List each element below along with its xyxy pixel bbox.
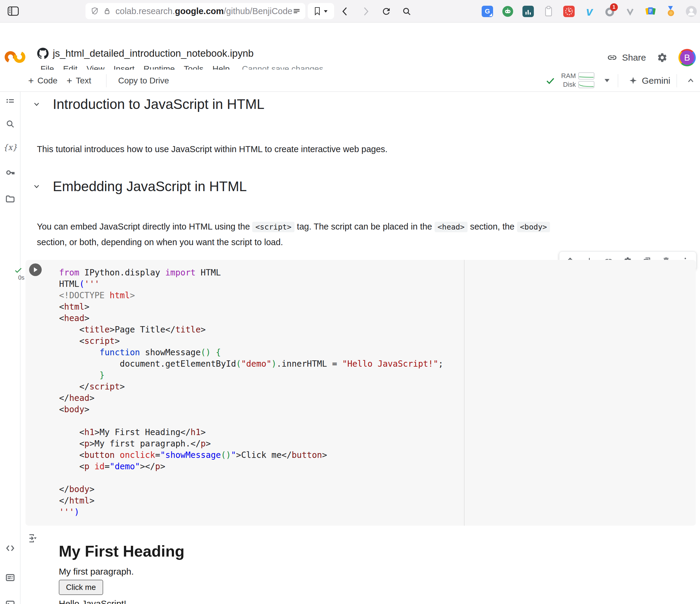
notes-extension-icon[interactable] (522, 6, 534, 17)
reader-mode-icon[interactable] (293, 7, 301, 15)
content-blocker-shield-icon[interactable] (90, 6, 99, 16)
resource-monitor[interactable]: RAM Disk (558, 72, 595, 89)
code-editor[interactable]: from IPython.display import HTMLHTML('''… (59, 267, 690, 518)
vimeo-extension-icon[interactable]: v (584, 6, 595, 17)
ram-label: RAM (558, 72, 576, 80)
github-icon (37, 48, 49, 59)
settings-gear-icon[interactable] (657, 52, 668, 63)
toolbar-divider (677, 74, 677, 87)
browser-extensions: G v 1 (482, 2, 697, 20)
add-code-button[interactable]: +Code (28, 70, 57, 92)
section-heading-1: Introduction to JavaScript in HTML (32, 96, 265, 112)
clipboard-extension-icon[interactable] (543, 6, 554, 17)
rewards-extension-icon[interactable] (665, 6, 677, 17)
inline-code-script-tag: <script> (252, 222, 294, 232)
copy-to-drive-label: Copy to Drive (118, 76, 169, 86)
inline-code-body-tag: <body> (517, 222, 550, 232)
table-of-contents-icon[interactable] (5, 97, 15, 107)
notebook-content: Introduction to JavaScript in HTML This … (20, 92, 700, 604)
back-button[interactable] (338, 5, 351, 18)
output-click-me-button[interactable]: Click me (59, 580, 103, 595)
user-avatar[interactable]: B (678, 49, 696, 66)
output-result-text: Hello JavaScript! (59, 599, 184, 604)
forward-button[interactable] (359, 5, 373, 18)
notebook-title[interactable]: js_html_detailed_introduction_notebook.i… (53, 48, 254, 59)
link-icon (607, 52, 617, 63)
share-button[interactable]: Share (607, 52, 646, 63)
notification-badge: 1 (610, 3, 618, 11)
terminal-icon[interactable] (5, 600, 15, 604)
collapse-chevron-icon[interactable] (32, 100, 41, 108)
bar (528, 10, 529, 15)
screen-time-extension-icon[interactable] (563, 6, 575, 17)
variables-glyph: {x} (3, 143, 17, 152)
url-text: colab.research.google.com/github/BenjiCo… (116, 6, 293, 16)
search-sidebar-icon[interactable] (5, 119, 15, 129)
toolbar-divider (106, 74, 106, 87)
notebook-toolbar: +Code +Text Copy to Drive RAM Disk Gemin… (0, 70, 700, 92)
intro-paragraph: This tutorial introduces how to use Java… (37, 142, 388, 156)
docs-extension-icon[interactable] (645, 6, 656, 17)
section-title: Embedding JavaScript in HTML (53, 178, 247, 194)
run-cell-button[interactable] (29, 263, 42, 276)
colab-page: colab.research.google.com/github/BenjiCo… (0, 0, 700, 604)
translate-extension-icon[interactable]: G (482, 6, 493, 17)
add-text-button[interactable]: +Text (67, 70, 91, 92)
embedding-paragraph: You can embed JavaScript directly into H… (37, 219, 577, 250)
bar (525, 12, 527, 15)
browser-profile-avatar[interactable] (685, 6, 697, 17)
add-text-label: Text (76, 76, 91, 86)
collapse-chevron-icon[interactable] (32, 182, 41, 191)
translate-corner (489, 13, 492, 16)
inline-code-head-tag: <head> (434, 222, 468, 232)
variables-icon[interactable]: {x} (5, 142, 15, 152)
section-heading-2: Embedding JavaScript in HTML (32, 178, 247, 194)
code-cell[interactable]: from IPython.display import HTMLHTML('''… (25, 260, 696, 526)
plus-icon: + (67, 75, 72, 87)
colab-logo[interactable] (4, 49, 26, 65)
left-rail: {x} (0, 92, 20, 604)
bookmark-caret-icon (323, 9, 328, 13)
gemini-button[interactable]: Gemini (629, 70, 670, 92)
vimeo-letter: v (586, 5, 593, 17)
command-palette-icon[interactable] (5, 573, 15, 583)
kernel-status-check-icon (545, 76, 555, 86)
gemini-label: Gemini (642, 76, 670, 86)
bookmark-control[interactable] (308, 3, 334, 19)
output-heading: My First Heading (59, 542, 184, 560)
plus-icon: + (28, 75, 34, 87)
browser-sidebar-toggle-icon[interactable] (7, 5, 19, 17)
address-bar[interactable]: colab.research.google.com/github/BenjiCo… (85, 3, 305, 19)
copy-to-drive-button[interactable]: Copy to Drive (118, 70, 169, 92)
notebook-header: js_html_detailed_introduction_notebook.i… (0, 23, 700, 70)
disk-label: Disk (558, 81, 576, 89)
v-extension-icon[interactable] (624, 6, 636, 17)
toolbar-divider (618, 74, 618, 87)
ram-sparkline (578, 72, 595, 79)
share-label: Share (622, 52, 646, 63)
avatar-letter: B (680, 50, 694, 65)
code-snippets-icon[interactable] (5, 543, 15, 553)
disk-sparkline (578, 81, 595, 88)
browser-toolbar: colab.research.google.com/github/BenjiCo… (0, 0, 700, 23)
collapse-toolbar-icon[interactable] (686, 76, 695, 85)
files-folder-icon[interactable] (5, 194, 15, 204)
secrets-key-icon[interactable] (5, 167, 15, 178)
output-paragraph: My first paragraph. (59, 566, 184, 577)
output-toggle-icon[interactable] (28, 533, 39, 544)
reload-button[interactable] (380, 5, 393, 18)
resources-caret-icon[interactable] (603, 77, 611, 84)
lock-icon (103, 7, 111, 16)
bookmark-icon (314, 7, 321, 16)
cell-output: My First Heading My first paragraph. Cli… (59, 539, 184, 604)
assistant-extension-icon[interactable] (502, 6, 514, 17)
search-button[interactable] (400, 5, 413, 18)
bar (530, 12, 531, 15)
sparkle-icon (629, 76, 638, 85)
profile-ring-extension-icon[interactable]: 1 (604, 6, 616, 17)
section-title: Introduction to JavaScript in HTML (53, 96, 265, 112)
add-code-label: Code (38, 76, 57, 86)
